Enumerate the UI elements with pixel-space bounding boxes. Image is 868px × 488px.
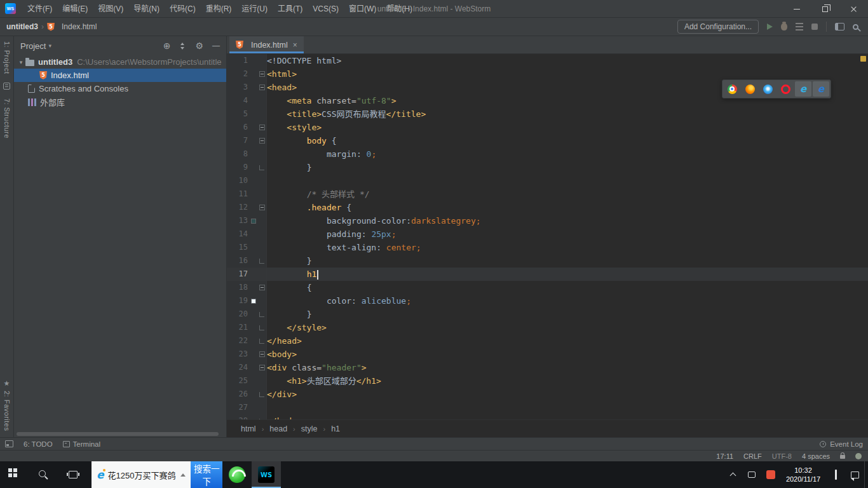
start-button[interactable] [0,461,29,488]
task-view-button[interactable] [58,461,88,488]
tree-item[interactable]: ▾untitled3C:\Users\acer\WebstormProjects… [14,55,226,69]
breadcrumb-html[interactable]: html [241,424,256,433]
fold-start-icon[interactable] [257,205,266,210]
menu-item-7[interactable]: 工具(T) [273,0,308,18]
collapse-all-icon[interactable] [179,43,186,50]
chevron-down-icon[interactable]: ▾ [17,59,25,65]
menu-item-5[interactable]: 重构(R) [201,0,237,18]
fold-start-icon[interactable] [257,138,266,144]
tray-expand-button[interactable] [723,461,742,488]
breadcrumb-file[interactable]: Index.html [62,22,97,31]
toolwindow-switcher-icon[interactable] [5,440,13,447]
fold-end-icon[interactable] [257,339,266,344]
caret-position[interactable]: 17:11 [716,452,733,460]
chevron-down-icon[interactable]: ▾ [48,43,51,49]
add-configuration-button[interactable]: Add Configuration... [677,20,759,34]
fold-end-icon[interactable] [257,165,266,170]
tree-item[interactable]: Scratches and Consoles [14,82,226,95]
task-view-icon [69,471,78,478]
fold-start-icon[interactable] [257,365,266,370]
fold-end-icon[interactable] [257,392,266,397]
hide-panel-icon[interactable]: — [212,42,220,50]
lock-icon[interactable] [840,455,845,459]
fold-start-icon[interactable] [257,125,266,130]
line-separator[interactable]: CRLF [743,452,762,460]
tray-icon-1[interactable] [742,461,761,488]
fold-start-icon[interactable] [257,285,266,290]
inspections-indicator-icon[interactable] [855,453,862,459]
tool-button-project[interactable]: 1: Project [3,41,11,74]
fold-end-icon[interactable] [257,419,266,420]
tool-button-event-log[interactable]: Event Log [820,440,863,448]
fold-end-icon[interactable] [257,312,266,317]
indent-style[interactable]: 4 spaces [802,452,830,460]
project-panel-title[interactable]: Project [20,41,46,51]
inspection-marker[interactable] [860,56,866,62]
ime-indicator-button[interactable] [826,461,845,488]
tray-icon-2[interactable] [761,461,780,488]
color-swatch[interactable] [250,219,257,224]
fold-start-icon[interactable] [257,85,266,90]
tool-button-structure[interactable]: 7: Structure [3,98,11,139]
news-search-button[interactable]: 搜索一下 [191,461,222,488]
locate-file-icon[interactable]: ⊕ [163,41,171,50]
menu-item-6[interactable]: 运行(U) [236,0,273,18]
menu-item-3[interactable]: 导航(N) [128,0,165,18]
breadcrumb-style[interactable]: style [301,424,318,433]
fold-start-icon[interactable] [257,71,266,77]
news-expand-icon[interactable] [180,473,186,477]
code-editor[interactable]: 1<!DOCTYPE html>2<html>3<head>4 <meta ch… [227,54,868,419]
menu-item-4[interactable]: 代码(C) [165,0,201,18]
menu-item-2[interactable]: 视图(V) [93,0,128,18]
file-encoding[interactable]: UTF-8 [772,452,792,460]
green-app-button[interactable] [222,461,252,488]
fold-end-icon[interactable] [257,325,266,330]
tree-item[interactable]: 5Index.html [14,69,226,82]
browser-slot[interactable]: e [813,81,829,97]
breadcrumb-head[interactable]: head [269,424,287,433]
browser-slot[interactable] [777,81,794,97]
tab-index-html[interactable]: 5 Index.html × [229,36,304,53]
taskbar-search-button[interactable] [29,461,58,488]
breadcrumb-project[interactable]: untitled3 [6,22,38,31]
gutter: 15 [227,241,267,254]
code-line: 15 text-align: center; [227,241,868,254]
search-everywhere-icon[interactable] [853,24,858,30]
menu-item-0[interactable]: 文件(F) [22,0,57,18]
restore-button[interactable] [811,0,839,18]
tool-button-todo[interactable]: 6: TODO [24,440,53,448]
show-desktop-button[interactable] [864,461,868,488]
stop-icon[interactable] [811,24,818,30]
tool-button-favorites[interactable]: 2: Favorites [3,391,11,431]
close-tab-icon[interactable]: × [293,41,297,50]
clock-time: 10:32 [794,466,812,475]
taskbar-clock[interactable]: 10:32 2020/11/17 [780,461,826,488]
gutter: 12 [227,201,267,214]
tree-item[interactable]: 外部库 [14,95,226,109]
horizontal-scrollbar[interactable] [17,432,219,436]
breadcrumb-h1[interactable]: h1 [331,424,340,433]
menu-item-8[interactable]: VCS(S) [308,0,344,18]
color-swatch[interactable] [250,299,257,304]
fold-end-icon[interactable] [257,259,266,264]
news-search-widget[interactable]: e 花1250万买下赛鸽 搜索一下 [92,461,222,488]
news-headline[interactable]: 花1250万买下赛鸽 [108,469,176,481]
coverage-icon[interactable] [796,23,803,30]
webstorm-taskbar-button[interactable]: WS [252,461,281,488]
browser-slot[interactable] [742,81,758,97]
minimize-button[interactable] [782,0,811,18]
tool-button-terminal[interactable]: Terminal [63,440,100,448]
layout-icon[interactable] [835,23,844,30]
action-center-button[interactable] [845,461,864,488]
close-button[interactable] [839,0,868,18]
settings-gear-icon[interactable]: ⚙ [195,41,203,50]
debug-icon[interactable] [781,23,787,30]
menu-item-1[interactable]: 编辑(E) [57,0,93,18]
menu-item-9[interactable]: 窗口(W) [344,0,381,18]
browser-slot[interactable] [724,81,740,97]
fold-start-icon[interactable] [257,351,266,357]
run-icon[interactable] [767,24,773,30]
code-line: 8 margin: 0; [227,147,868,161]
browser-slot[interactable] [759,81,776,97]
browser-slot[interactable]: e [795,81,811,97]
